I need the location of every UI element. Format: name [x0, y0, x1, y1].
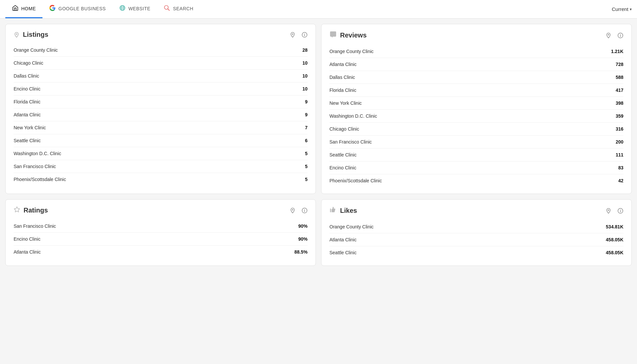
svg-point-12 — [608, 34, 609, 35]
reviews-rows: Orange County Clinic1.21KAtlanta Clinic7… — [329, 45, 623, 187]
row-clinic-name: Washington D.C. Clinic — [329, 113, 377, 119]
table-row: New York Clinic7 — [14, 121, 308, 134]
row-clinic-value: 398 — [616, 100, 623, 106]
row-clinic-name: Seattle Clinic — [329, 152, 357, 157]
row-clinic-name: Dallas Clinic — [329, 75, 355, 80]
row-clinic-name: Seattle Clinic — [329, 250, 357, 255]
row-clinic-name: Orange County Clinic — [329, 224, 374, 229]
svg-line-6 — [168, 9, 170, 10]
row-clinic-name: Atlanta Clinic — [329, 237, 357, 242]
row-clinic-value: 5 — [305, 164, 308, 169]
row-clinic-value: 10 — [302, 86, 308, 91]
ratings-info-icon[interactable] — [302, 208, 308, 213]
table-row: Orange County Clinic1.21K — [329, 45, 623, 58]
row-clinic-value: 316 — [616, 126, 623, 132]
table-row: Seattle Clinic111 — [329, 149, 623, 161]
row-clinic-name: Orange County Clinic — [14, 47, 58, 53]
likes-location-icon[interactable] — [605, 208, 611, 214]
row-clinic-name: New York Clinic — [14, 125, 46, 130]
reviews-info-icon[interactable] — [617, 32, 623, 38]
table-row: Seattle Clinic6 — [14, 134, 308, 147]
search-icon — [164, 5, 170, 13]
table-row: Dallas Clinic588 — [329, 71, 623, 84]
nav-bar: HOME GOOGLE BUSINESS — [0, 0, 637, 19]
row-clinic-value: 88.5% — [294, 249, 308, 255]
row-clinic-value: 588 — [616, 75, 623, 80]
reviews-title: Reviews — [340, 31, 600, 39]
row-clinic-name: Phoenix/Scottsdale Clinic — [14, 177, 66, 182]
tab-google-business-label: GOOGLE BUSINESS — [58, 6, 106, 11]
row-clinic-name: Encino Clinic — [329, 165, 356, 170]
tab-search[interactable]: SEARCH — [157, 0, 200, 18]
row-clinic-value: 7 — [305, 125, 308, 130]
table-row: Phoenix/Scottsdale Clinic42 — [329, 174, 623, 187]
table-row: Washington D.C. Clinic359 — [329, 110, 623, 123]
svg-point-7 — [16, 33, 17, 34]
ratings-star-icon — [14, 206, 20, 214]
nav-tabs: HOME GOOGLE BUSINESS — [5, 0, 200, 18]
tab-website[interactable]: WEBSITE — [112, 0, 157, 18]
chevron-down-icon: ▾ — [630, 7, 632, 12]
svg-marker-16 — [14, 207, 20, 212]
ratings-title: Ratings — [24, 207, 284, 214]
table-row: New York Clinic398 — [329, 97, 623, 110]
row-clinic-name: San Francisco Clinic — [14, 164, 56, 169]
row-clinic-value: 42 — [618, 178, 623, 183]
table-row: Encino Clinic83 — [329, 161, 623, 174]
google-icon — [49, 5, 56, 13]
tab-website-label: WEBSITE — [128, 6, 151, 11]
row-clinic-value: 417 — [616, 88, 623, 93]
row-clinic-value: 28 — [302, 47, 308, 53]
table-row: Florida Clinic417 — [329, 84, 623, 97]
row-clinic-name: Atlanta Clinic — [329, 62, 357, 67]
row-clinic-name: Encino Clinic — [14, 236, 40, 242]
tab-home[interactable]: HOME — [5, 0, 42, 18]
row-clinic-value: 111 — [616, 152, 623, 157]
row-clinic-value: 90% — [298, 236, 308, 242]
current-label: Current — [612, 6, 628, 12]
reviews-card-header: Reviews — [329, 31, 623, 40]
likes-card: Likes Orange County Clinic534.81KAtlanta… — [321, 199, 632, 266]
table-row: San Francisco Clinic90% — [14, 220, 308, 233]
ratings-location-icon[interactable] — [290, 208, 296, 213]
row-clinic-name: Chicago Clinic — [329, 126, 359, 132]
row-clinic-name: Atlanta Clinic — [14, 112, 41, 117]
row-clinic-name: New York Clinic — [329, 100, 362, 106]
likes-info-icon[interactable] — [617, 208, 623, 214]
row-clinic-value: 5 — [305, 177, 308, 182]
table-row: Florida Clinic9 — [14, 95, 308, 108]
row-clinic-name: Florida Clinic — [14, 99, 40, 104]
row-clinic-value: 458.05K — [606, 250, 623, 255]
row-clinic-name: San Francisco Clinic — [329, 139, 372, 145]
tab-home-label: HOME — [21, 6, 36, 11]
table-row: Dallas Clinic10 — [14, 70, 308, 83]
table-row: San Francisco Clinic5 — [14, 160, 308, 173]
svg-point-21 — [608, 209, 609, 211]
table-row: Encino Clinic90% — [14, 233, 308, 246]
row-clinic-name: Orange County Clinic — [329, 49, 374, 54]
listings-location-icon[interactable] — [290, 32, 296, 38]
table-row: Orange County Clinic534.81K — [329, 220, 623, 233]
row-clinic-name: Dallas Clinic — [14, 73, 39, 79]
table-row: Atlanta Clinic88.5% — [14, 246, 308, 258]
likes-card-header: Likes — [329, 206, 623, 215]
likes-rows: Orange County Clinic534.81KAtlanta Clini… — [329, 220, 623, 259]
tab-search-label: SEARCH — [173, 6, 193, 11]
row-clinic-name: San Francisco Clinic — [14, 223, 56, 229]
row-clinic-name: Seattle Clinic — [14, 138, 41, 143]
row-clinic-value: 200 — [616, 139, 623, 145]
reviews-location-icon[interactable] — [605, 32, 611, 38]
listings-rows: Orange County Clinic28Chicago Clinic10Da… — [14, 44, 308, 186]
table-row: Atlanta Clinic9 — [14, 108, 308, 121]
table-row: Chicago Clinic316 — [329, 123, 623, 136]
listings-info-icon[interactable] — [302, 32, 308, 38]
listings-card: Listings Orange County Clinic28Chicago C… — [5, 24, 316, 194]
current-dropdown[interactable]: Current ▾ — [612, 6, 632, 12]
likes-title: Likes — [340, 207, 600, 214]
row-clinic-name: Atlanta Clinic — [14, 249, 41, 255]
row-clinic-name: Washington D.C. Clinic — [14, 151, 61, 156]
reviews-card: Reviews Orange County Clinic1.21KAtlanta… — [321, 24, 632, 194]
ratings-card: Ratings San Francisco Clinic90%Encino Cl… — [5, 199, 316, 266]
row-clinic-name: Encino Clinic — [14, 86, 40, 91]
tab-google-business[interactable]: GOOGLE BUSINESS — [42, 0, 112, 18]
